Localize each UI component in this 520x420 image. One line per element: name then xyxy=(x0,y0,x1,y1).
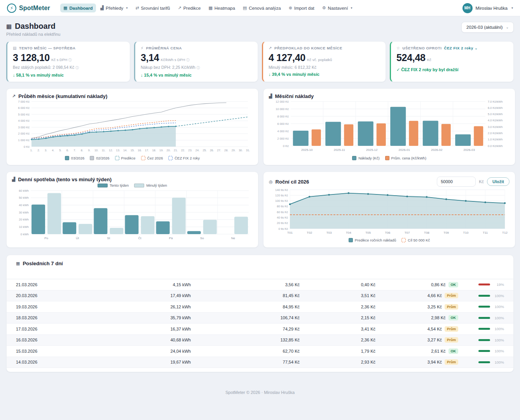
legend-label: Prům. cena (Kč/kWh) xyxy=(391,156,426,160)
brand-logo[interactable]: ⚡ SpotMeter xyxy=(7,4,50,13)
cell-spot-price: 0,86 KčOK xyxy=(375,282,458,287)
chevron-down-icon: ⌄ xyxy=(506,25,509,29)
status-badge: Prům xyxy=(445,304,458,310)
svg-text:15.: 15. xyxy=(131,149,134,152)
legend-label: 03/2026 xyxy=(71,156,84,160)
nav-item-import-dat[interactable]: ⊕Import dat xyxy=(286,4,318,12)
dashed-swatch xyxy=(401,238,406,242)
user-menu[interactable]: MH Miroslav Hruška ▾ xyxy=(462,3,513,13)
info-icon[interactable]: ⓘ xyxy=(197,66,200,70)
chevron-down-icon: ▾ xyxy=(126,6,127,10)
svg-text:18.: 18. xyxy=(152,149,156,152)
status-badge: OK xyxy=(448,348,459,354)
svg-text:3.0 Kč/kWh: 3.0 Kč/kWh xyxy=(488,125,503,129)
cell-spot-price: 4,54 KčPrům xyxy=(375,326,458,332)
progress-percent: 100% xyxy=(493,360,504,364)
kpi-label-text: TENTO MĚSÍC — SPOTŘEBA xyxy=(19,46,76,50)
svg-text:T01: T01 xyxy=(287,231,293,234)
cell-date: 20.03.2026 xyxy=(16,293,63,298)
goal-unit-label: Kč xyxy=(479,179,484,184)
svg-text:23.: 23. xyxy=(188,149,192,152)
top-navbar: ⚡ SpotMeter ▦Dashboard▟Přehledy▾⇄Srovnán… xyxy=(0,0,520,16)
nav-item-heatmapa[interactable]: ▩Heatmapa xyxy=(205,4,238,12)
svg-text:4.0 Kč/kWh: 4.0 Kč/kWh xyxy=(488,119,503,122)
nav-item-label: Heatmapa xyxy=(215,6,235,10)
cell-progress: 100% xyxy=(458,304,504,309)
footer-text: SpotMeter © 2026 · Miroslav Hruška xyxy=(6,390,514,401)
svg-text:20 tis Kč: 20 tis Kč xyxy=(277,221,288,225)
nav-item-predikce[interactable]: ↗Predikce xyxy=(174,4,204,12)
dashed-swatch xyxy=(141,156,145,160)
nav-item-dashboard[interactable]: ▦Dashboard xyxy=(60,4,96,12)
spot-value: 3,94 Kč xyxy=(428,360,442,364)
nav-item-srovn-n-tarif-[interactable]: ⇄Srovnání tarifů xyxy=(132,4,173,12)
legend-item: 02/2026 xyxy=(90,156,109,160)
progress-percent: 100% xyxy=(493,327,504,331)
legend-item: Cíl 50 000 Kč xyxy=(401,238,430,242)
svg-text:3 000 Kč: 3 000 Kč xyxy=(18,126,30,129)
svg-text:6.: 6. xyxy=(66,149,69,152)
nav-item-p-ehledy[interactable]: ▟Přehledy▾ xyxy=(98,4,131,12)
month-select-value: 2026-03 (aktuální) xyxy=(466,25,503,30)
month-select[interactable]: 2026-03 (aktuální) ⌄ xyxy=(461,22,514,33)
table-row: 16.03.202640,68 kWh132,85 Kč2,36 Kč3,27 … xyxy=(7,335,513,346)
nav-item-label: Predikce xyxy=(183,6,201,10)
nav-item-nastaven-[interactable]: ⚙Nastavení▾ xyxy=(319,4,356,12)
cell-unit-price: 2,36 Kč xyxy=(300,338,375,342)
svg-text:7.: 7. xyxy=(73,149,76,152)
color-swatch xyxy=(90,156,94,160)
svg-text:2025-12: 2025-12 xyxy=(366,148,378,152)
table-row: 15.03.202624,04 kWh62,70 Kč1,79 Kč2,61 K… xyxy=(7,346,513,357)
kpi-card-0: ▤TENTO MĚSÍC — SPOTŘEBA3 128,10Kč s DPH … xyxy=(6,41,130,82)
save-goal-button[interactable]: Uložit xyxy=(487,177,510,186)
svg-text:28.: 28. xyxy=(224,149,228,152)
legend-item: Predikce xyxy=(115,156,136,160)
progress-bar xyxy=(478,317,490,319)
svg-text:6.0 Kč/kWh: 6.0 Kč/kWh xyxy=(488,106,503,110)
goal-input[interactable] xyxy=(437,177,476,187)
cell-progress: 100% xyxy=(458,349,504,353)
svg-text:140 tis Kč: 140 tis Kč xyxy=(275,188,288,192)
monthly-chart: 0 Kč2 000 Kč4 000 Kč6 000 Kč8 000 Kč10 0… xyxy=(269,99,510,154)
spot-value: 3,25 Kč xyxy=(428,304,442,309)
svg-text:40 tis Kč: 40 tis Kč xyxy=(277,216,288,219)
info-icon[interactable]: ⓘ xyxy=(186,58,190,62)
legend-label: Náklady (Kč) xyxy=(358,156,379,160)
cell-cost: 74,29 Kč xyxy=(191,327,300,331)
page-title: Dashboard xyxy=(15,22,55,31)
kpi-tariff-select[interactable]: ČEZ FIX 2 roky ⌄ xyxy=(444,46,478,50)
svg-text:1.: 1. xyxy=(30,149,33,152)
page-subtitle: Přehled nákladů na elektřinu xyxy=(6,32,60,37)
kpi-subtext: Nákup bez DPH: 2,25 Kč/kWh ⓘ xyxy=(141,65,252,70)
cell-cost: 77,54 Kč xyxy=(191,360,300,364)
color-swatch xyxy=(65,156,69,160)
svg-text:Út: Út xyxy=(76,236,79,240)
cell-date: 21.03.2026 xyxy=(16,282,63,287)
svg-text:2 000 Kč: 2 000 Kč xyxy=(277,137,289,140)
legend-label: Tento týden xyxy=(110,183,129,187)
svg-text:40 kWh: 40 kWh xyxy=(19,203,29,207)
legend-item: Tento týden xyxy=(98,183,129,187)
svg-text:3.: 3. xyxy=(45,149,47,152)
info-icon[interactable]: ⓘ xyxy=(75,66,79,70)
legend-label: Cíl 50 000 Kč xyxy=(408,238,430,242)
info-icon[interactable]: ⓘ xyxy=(68,58,72,62)
cell-progress: 100% xyxy=(458,316,504,320)
kpi-label: ☆UŠETŘENO OPROTIČEZ FIX 2 roky ⌄ xyxy=(396,46,508,50)
svg-text:8 000 Kč: 8 000 Kč xyxy=(277,115,289,118)
legend-label: Čez 2026 xyxy=(147,156,163,160)
monthly-chart-card: ▟ Měsíční náklady 0 Kč2 000 Kč4 000 Kč6 … xyxy=(263,88,515,165)
kpi-value: 3 128,10Kč s DPH ⓘ xyxy=(13,52,124,63)
svg-text:2025-10: 2025-10 xyxy=(301,148,313,152)
status-badge: Prům xyxy=(445,337,458,343)
cell-unit-price: 3,51 Kč xyxy=(300,293,375,298)
svg-text:St: St xyxy=(107,236,110,240)
daily-chart-card: ▟ Denní spotřeba (tento vs minulý týden)… xyxy=(6,172,258,248)
kpi-label-text: PŘEDPOKLAD DO KONCE MĚSÍCE xyxy=(274,46,342,50)
svg-text:4.: 4. xyxy=(52,149,54,152)
kpi-unit: Kč vč. poplatků xyxy=(307,58,332,62)
svg-text:12 000 Kč: 12 000 Kč xyxy=(276,100,289,103)
cumulative-chart-legend: 03/202602/2026PredikceČez 2026ČEZ FIX 2 … xyxy=(12,156,253,160)
nav-item-cenov-anal-za[interactable]: ▤Cenová analýza xyxy=(240,4,284,12)
cell-consumption: 24,04 kWh xyxy=(63,349,191,354)
